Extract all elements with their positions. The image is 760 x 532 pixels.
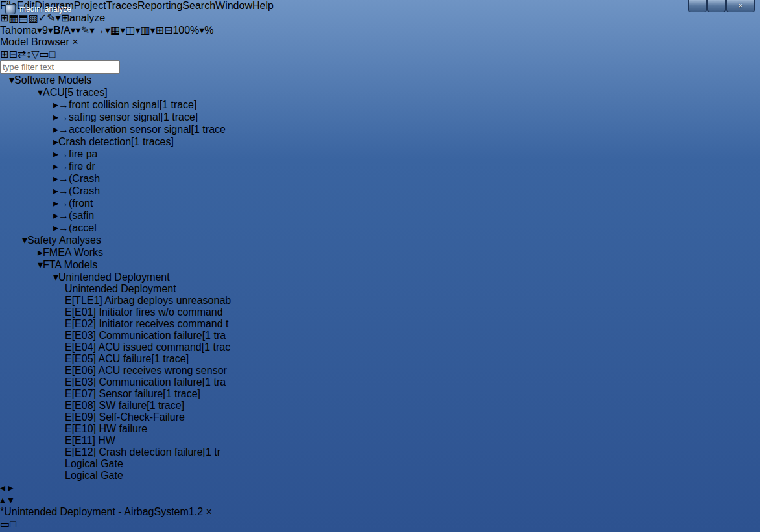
expand-arrow-icon[interactable]: ▸ bbox=[53, 161, 58, 172]
expand-arrow-icon[interactable]: ▾ bbox=[9, 75, 14, 86]
expand-arrow-icon[interactable]: ▾ bbox=[22, 235, 27, 246]
collapse-all-icon[interactable]: ⊟ bbox=[8, 49, 17, 60]
tree-item-e09-self-check-failure-28[interactable]: E[E09] Self-Check-Failure bbox=[0, 411, 760, 423]
scroll-up-icon[interactable]: ▴ bbox=[0, 494, 5, 505]
tree-item-e04-acu-issued-command-22[interactable]: E[E04] ACU issued command[1 trac bbox=[0, 341, 760, 353]
expand-arrow-icon[interactable]: ▸ bbox=[53, 99, 58, 110]
tree-item-e07-sensor-failure-26[interactable]: E[E07] Sensor failure[1 trace] bbox=[0, 388, 760, 400]
minimize-icon[interactable]: ▭ bbox=[0, 518, 10, 529]
tree-item-acu-1[interactable]: ▾ACU[5 traces] bbox=[0, 86, 760, 98]
expand-arrow-icon[interactable]: ▸ bbox=[53, 136, 58, 147]
bold-button[interactable]: B bbox=[53, 25, 61, 36]
tree-item-logical-gate-33[interactable]: Logical Gate bbox=[0, 470, 760, 481]
zoom-select[interactable]: 100%▾ bbox=[172, 25, 204, 36]
tree-item-e08-sw-failure-27[interactable]: E[E08] SW failure[1 trace] bbox=[0, 400, 760, 411]
minimize-icon[interactable]: ▭ bbox=[40, 49, 49, 60]
close-editor-icon[interactable]: × bbox=[206, 506, 212, 517]
tree-item-front-10[interactable]: ▸→(front bbox=[0, 197, 760, 209]
tree-item-accelleration-sensor-signal-4[interactable]: ▸→accelleration sensor signal[1 trace bbox=[0, 123, 760, 135]
model-browser-tab[interactable]: Model Browser × bbox=[0, 36, 760, 48]
tree-item-unintended-deployment-17[interactable]: Unintended Deployment bbox=[0, 283, 760, 295]
maximize-button[interactable] bbox=[707, 0, 726, 12]
scroll-down-icon[interactable]: ▾ bbox=[8, 494, 13, 505]
percent-button[interactable]: % bbox=[204, 25, 213, 36]
tree-item-front-collision-signal-2[interactable]: ▸→front collision signal[1 trace] bbox=[0, 98, 760, 111]
expand-arrow-icon[interactable]: ▸ bbox=[53, 198, 58, 209]
tree-item-e03-communication-failure-25[interactable]: E[E03] Communication failure[1 tra bbox=[0, 376, 760, 388]
expand-all-icon[interactable]: ⊞ bbox=[0, 49, 8, 60]
tree-item-fire-dr-7[interactable]: ▸→fire dr bbox=[0, 160, 760, 172]
link-editor-icon[interactable]: ⇄ bbox=[18, 49, 26, 60]
tree-item-crash-detection-5[interactable]: ▸Crash detection[1 traces] bbox=[0, 135, 760, 148]
tree-item-e02-initiator-receives-command-t-20[interactable]: E[E02] Initiator receives command t bbox=[0, 318, 760, 330]
event-icon: E bbox=[65, 365, 72, 376]
scroll-left-icon[interactable]: ◂ bbox=[0, 482, 5, 493]
tree-item-fire-pa-6[interactable]: ▸→fire pa bbox=[0, 148, 760, 160]
tree-item-e11-hw-30[interactable]: E[E11] HW bbox=[0, 435, 760, 446]
tree-item-label: [E01] Initiator fires w/o command bbox=[72, 306, 223, 318]
maximize-icon[interactable]: □ bbox=[49, 49, 56, 60]
tree-item-e10-hw-failure-29[interactable]: E[E10] HW failure bbox=[0, 423, 760, 435]
expand-arrow-icon[interactable]: ▸ bbox=[53, 210, 58, 221]
filter-input[interactable] bbox=[0, 60, 120, 74]
expand-arrow-icon[interactable]: ▸ bbox=[53, 185, 58, 196]
tree-hscrollbar[interactable]: ◂ ▸ bbox=[0, 481, 760, 494]
tree-item-unintended-deployment-16[interactable]: ▾Unintended Deployment bbox=[0, 271, 760, 283]
tree-item-e12-crash-detection-failure-31[interactable]: E[E12] Crash detection failure[1 tr bbox=[0, 446, 760, 458]
expand-arrow-icon[interactable]: ▸ bbox=[53, 222, 58, 233]
tree-item-accel-12[interactable]: ▸→(accel bbox=[0, 222, 760, 234]
expand-arrow-icon[interactable]: ▾ bbox=[38, 259, 43, 270]
event-icon: E bbox=[65, 306, 72, 318]
scroll-right-icon[interactable]: ▸ bbox=[8, 482, 13, 493]
tree-item-label: Software Models bbox=[14, 75, 91, 86]
tree-item-e03-communication-failure-21[interactable]: E[E03] Communication failure[1 tra bbox=[0, 330, 760, 341]
signal-icon: → bbox=[58, 222, 69, 233]
expand-arrow-icon[interactable]: ▾ bbox=[53, 272, 58, 283]
grid-button[interactable]: ⊞ bbox=[156, 25, 164, 36]
tree-item-crash-9[interactable]: ▸→(Crash bbox=[0, 185, 760, 197]
event-icon: E bbox=[65, 446, 72, 457]
tree-item-safety-analyses-13[interactable]: ▾Safety Analyses bbox=[0, 234, 760, 246]
order-button[interactable]: ▥▾ bbox=[140, 25, 155, 36]
line-color-button[interactable]: ✎▾ bbox=[81, 25, 95, 36]
close-view-icon[interactable]: × bbox=[72, 36, 78, 47]
tree-item-fta-models-15[interactable]: ▾FTA Models bbox=[0, 259, 760, 271]
expand-arrow-icon[interactable]: ▸ bbox=[53, 124, 58, 135]
snap-to-grid-button[interactable]: ⊟ bbox=[164, 25, 172, 36]
close-button[interactable]: × bbox=[726, 0, 755, 12]
arrange-button[interactable]: ▦▾ bbox=[110, 25, 125, 36]
tree-vscrollbar[interactable]: ▴ ▾ bbox=[0, 494, 760, 506]
expand-arrow-icon[interactable]: ▸ bbox=[53, 148, 58, 159]
font-family-select[interactable]: Tahoma▾ bbox=[0, 25, 42, 36]
expand-arrow-icon[interactable]: ▸ bbox=[38, 247, 43, 258]
align-button[interactable]: ◫▾ bbox=[125, 25, 140, 36]
tree-item-software-models-0[interactable]: ▾Software Models bbox=[0, 74, 760, 86]
font-color-button[interactable]: A▾ bbox=[64, 25, 76, 36]
tree-item-e06-acu-receives-wrong-sensor-24[interactable]: E[E06] ACU receives wrong sensor bbox=[0, 365, 760, 376]
tree-item-label: Safety Analyses bbox=[27, 235, 101, 246]
editor-tab[interactable]: *Unintended Deployment - AirbagSystem1.2… bbox=[0, 506, 760, 518]
minimize-button[interactable] bbox=[688, 0, 707, 12]
view-menu-icon[interactable]: ▽ bbox=[31, 49, 39, 60]
font-size-select[interactable]: 9▾ bbox=[42, 25, 53, 36]
tree-item-logical-gate-32[interactable]: Logical Gate bbox=[0, 458, 760, 470]
tree-item-e05-acu-failure-23[interactable]: E[E05] ACU failure[1 trace] bbox=[0, 353, 760, 365]
trace-count: [1 trace bbox=[191, 124, 226, 135]
tree-item-e01-initiator-fires-w-o-command-19[interactable]: E[E01] Initiator fires w/o command bbox=[0, 306, 760, 318]
fill-color-button[interactable]: ▾ bbox=[76, 25, 81, 36]
tree-item-safin-11[interactable]: ▸→(safin bbox=[0, 209, 760, 222]
tree-item-crash-8[interactable]: ▸→(Crash bbox=[0, 172, 760, 185]
chevron-down-icon[interactable]: ▾ bbox=[48, 25, 53, 36]
tree-item-tle1-airbag-deploys-unreasonab-18[interactable]: E[TLE1] Airbag deploys unreasonab bbox=[0, 295, 760, 306]
tree-item-fmea-works-14[interactable]: ▸FMEA Works bbox=[0, 246, 760, 259]
tree-item-safing-sensor-signal-3[interactable]: ▸→safing sensor signal[1 trace] bbox=[0, 111, 760, 123]
tree-item-label: [E05] ACU failure bbox=[72, 353, 152, 364]
expand-arrow-icon[interactable]: ▸ bbox=[53, 173, 58, 184]
connection-style-button[interactable]: →▾ bbox=[95, 25, 110, 36]
titlebar[interactable]: medini analyze × bbox=[0, 0, 760, 18]
expand-arrow-icon[interactable]: ▾ bbox=[38, 87, 43, 98]
connection-style-icon: → bbox=[95, 25, 105, 36]
chevron-down-icon[interactable]: ▾ bbox=[37, 25, 42, 36]
maximize-icon[interactable]: □ bbox=[10, 518, 16, 529]
expand-arrow-icon[interactable]: ▸ bbox=[53, 111, 58, 122]
